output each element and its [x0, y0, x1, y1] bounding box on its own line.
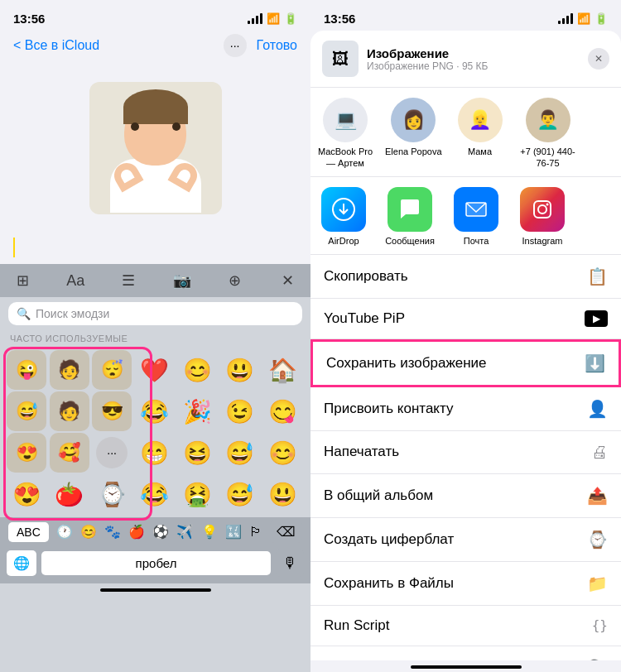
emoji-cell-memoji2[interactable]: 🧑 — [50, 350, 89, 390]
emoji-grid-wrapper: 😜 🧑 😴 ❤️ 😊 😃 🏠 😅 🧑 😎 😂 🎉 😉 😋 😍 🥰 ··· — [0, 347, 310, 517]
action-camera-label: Найти через Умную камеру — [324, 660, 503, 660]
emoji-cell-26[interactable]: 🤮 — [177, 474, 217, 514]
left-home-indicator — [100, 588, 211, 592]
action-assign-contact[interactable]: Присвоить контакту 👤 — [310, 387, 621, 431]
camera-icon[interactable]: 📷 — [170, 271, 195, 290]
share-subtitle: Изображение PNG · 95 КБ — [367, 60, 580, 72]
app-name-messages: Сообщения — [385, 236, 435, 246]
abc-button[interactable]: ABC — [8, 522, 49, 542]
emoji-cell-memoji8[interactable]: 🥰 — [50, 433, 89, 473]
action-album-label: В общий альбом — [324, 487, 433, 504]
contact-avatar-elena: 👩 — [391, 98, 436, 142]
delete-button[interactable]: ⌫ — [270, 521, 302, 543]
share-header: 🖼 Изображение Изображение PNG · 95 КБ ✕ — [310, 31, 621, 88]
action-copy[interactable]: Скопировать 📋 — [310, 255, 621, 299]
contact-mama[interactable]: 👱‍♀️ Мама — [447, 98, 513, 170]
contact-name-macbook: MacBook Pro — Артем — [315, 146, 375, 170]
right-signal-icon — [558, 13, 573, 24]
emoji-cell-memoji5[interactable]: 🧑 — [50, 391, 89, 431]
emoji-cell-25[interactable]: 😂 — [135, 474, 175, 514]
sports-icon[interactable]: ⚽ — [152, 524, 169, 540]
list-icon[interactable]: ☰ — [116, 271, 141, 290]
action-list: Скопировать 📋 YouTube PiP ▶ Сохранить из… — [310, 255, 621, 660]
right-battery-icon: 🔋 — [595, 12, 608, 25]
emoji-cell-6[interactable]: 😃 — [220, 350, 260, 390]
action-save-files[interactable]: Сохранить в Файлы 📁 — [310, 562, 621, 606]
clock-icon[interactable]: 🕐 — [56, 524, 73, 540]
action-watchface[interactable]: Создать циферблат ⌚ — [310, 518, 621, 562]
back-button[interactable]: < Все в iCloud — [13, 38, 99, 53]
emoji-grid[interactable]: 😜 🧑 😴 ❤️ 😊 😃 🏠 😅 🧑 😎 😂 🎉 😉 😋 😍 🥰 ··· — [7, 350, 304, 514]
travel-icon[interactable]: ✈️ — [176, 524, 193, 540]
emoji-cell-7[interactable]: 🏠 — [262, 350, 302, 390]
action-youtube-pip[interactable]: YouTube PiP ▶ — [310, 299, 621, 339]
action-copy-label: Скопировать — [324, 268, 408, 285]
action-assign-label: Присвоить контакту — [324, 401, 453, 417]
emoji-cell-24[interactable]: ⌚ — [92, 474, 132, 514]
flags-icon[interactable]: 🏳 — [249, 525, 262, 540]
food-icon[interactable]: 🍎 — [128, 524, 145, 540]
emoji-cell-12[interactable]: 🎉 — [177, 391, 217, 431]
share-title-block: Изображение Изображение PNG · 95 КБ — [367, 46, 580, 72]
svg-point-5 — [546, 203, 549, 205]
emoji-cell-memoji3[interactable]: 😴 — [92, 350, 132, 390]
contact-macbook[interactable]: 💻 MacBook Pro — Артем — [310, 98, 380, 170]
objects-icon[interactable]: 💡 — [201, 524, 218, 540]
emoji-cell-22[interactable]: 😍 — [7, 474, 46, 514]
action-print[interactable]: Напечатать 🖨 — [310, 431, 621, 474]
left-status-icons: 📶 🔋 — [248, 12, 297, 25]
save-icon: ⬇️ — [585, 353, 605, 373]
more-button[interactable]: ··· — [224, 34, 247, 57]
contact-icon: 👤 — [587, 399, 608, 419]
action-smart-camera[interactable]: Найти через Умную камеру 🔍 — [310, 646, 621, 660]
share-close-button[interactable]: ✕ — [588, 48, 609, 70]
animal-icon[interactable]: 🐾 — [104, 524, 121, 540]
left-panel: 13:56 📶 🔋 < Все в iCloud ··· Готово — [0, 0, 310, 672]
space-bar[interactable]: пробел — [41, 551, 271, 575]
done-button[interactable]: Готово — [257, 38, 297, 53]
emoji-cell-memoji6[interactable]: 😎 — [92, 391, 132, 431]
files-icon: 📁 — [587, 574, 608, 593]
contact-avatar-mama: 👱‍♀️ — [458, 98, 503, 142]
emoji-cell-27[interactable]: 😅 — [220, 474, 260, 514]
action-run-script[interactable]: Run Script {} — [310, 606, 621, 646]
emoji-search[interactable]: 🔍 Поиск эмодзи — [8, 302, 302, 325]
close-keyboard-icon[interactable]: ✕ — [276, 271, 301, 290]
action-save-image[interactable]: Сохранить изображение ⬇️ — [310, 339, 621, 387]
emoji-cell-4[interactable]: ❤️ — [135, 350, 175, 390]
emoji-cell-14[interactable]: 😋 — [262, 391, 302, 431]
emoji-cell-11[interactable]: 😂 — [135, 391, 175, 431]
grid-icon[interactable]: ⊞ — [10, 271, 35, 290]
svg-point-4 — [538, 205, 546, 214]
emoji-cell-memoji7[interactable]: 😍 — [7, 433, 46, 473]
app-instagram[interactable]: Instagram — [509, 187, 575, 246]
emoji-cell-dots[interactable]: ··· — [96, 437, 128, 468]
emoji-cell-memoji4[interactable]: 😅 — [7, 391, 46, 431]
mic-button[interactable]: 🎙 — [276, 550, 304, 577]
emoji-cell-20[interactable]: 😅 — [220, 433, 260, 473]
emoji-cell-21[interactable]: 😊 — [262, 433, 302, 473]
globe-button[interactable]: 🌐 — [7, 550, 36, 576]
right-panel: 13:56 📶 🔋 🖼 Изображение Изображение PNG … — [310, 0, 621, 672]
app-name-airdrop: AirDrop — [328, 236, 359, 246]
emoji-cell-28[interactable]: 😃 — [262, 474, 302, 514]
emoji-cell-19[interactable]: 😆 — [177, 433, 217, 473]
keyboard-area[interactable]: ⊞ Aa ☰ 📷 ⊕ ✕ 🔍 Поиск эмодзи ЧАСТО ИСПОЛЬ… — [0, 264, 310, 672]
signal-icon — [248, 13, 262, 24]
at-icon[interactable]: ⊕ — [223, 271, 248, 290]
emoji-cell-memoji1[interactable]: 😜 — [7, 350, 46, 390]
text-format-icon[interactable]: Aa — [63, 271, 88, 290]
emoji-cell-18[interactable]: 😁 — [135, 433, 175, 473]
action-shared-album[interactable]: В общий альбом 📤 — [310, 474, 621, 518]
app-mail[interactable]: Почта — [443, 187, 509, 246]
app-airdrop[interactable]: AirDrop — [310, 187, 377, 246]
emoji-tab-icon[interactable]: 😊 — [80, 524, 97, 540]
emoji-cell-13[interactable]: 😉 — [220, 391, 260, 431]
script-icon: {} — [592, 617, 608, 633]
emoji-cell-23[interactable]: 🍅 — [50, 474, 89, 514]
app-messages[interactable]: Сообщения — [377, 187, 443, 246]
contact-phone[interactable]: 👨‍🦱 +7 (901) 440-76-75 — [513, 98, 583, 170]
contact-elena[interactable]: 👩 Elena Popova — [380, 98, 447, 170]
symbols-icon[interactable]: 🔣 — [225, 524, 242, 540]
emoji-cell-5[interactable]: 😊 — [177, 350, 217, 390]
